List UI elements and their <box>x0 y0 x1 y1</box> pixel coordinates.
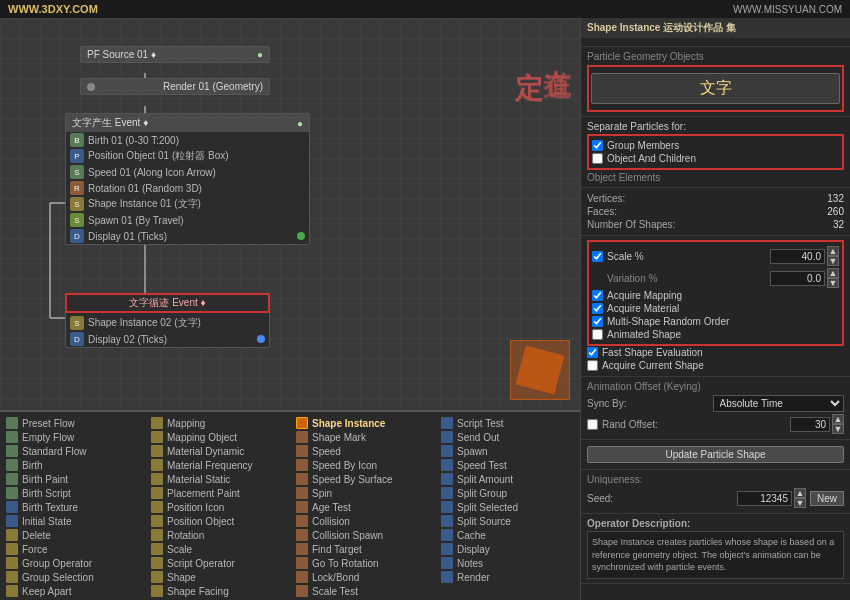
acquire-mapping-checkbox[interactable] <box>592 290 603 301</box>
notes-item[interactable]: Notes <box>441 556 574 570</box>
acquire-material-checkbox[interactable] <box>592 303 603 314</box>
standard-flow[interactable]: Standard Flow <box>6 444 139 458</box>
scale-up-btn[interactable]: ▲ <box>827 246 839 256</box>
script-test[interactable]: Script Test <box>441 416 574 430</box>
rand-offset-input[interactable] <box>790 417 830 432</box>
animated-shape-label: Animated Shape <box>607 329 681 340</box>
script-operator[interactable]: Script Operator <box>151 556 284 570</box>
render-item[interactable]: Render <box>441 570 574 584</box>
object-children-checkbox[interactable] <box>592 153 603 164</box>
display2-label: Display 02 (Ticks) <box>88 334 167 345</box>
initial-state[interactable]: Initial State <box>6 514 139 528</box>
var-up-btn[interactable]: ▲ <box>827 268 839 278</box>
birth-item[interactable]: Birth <box>6 458 139 472</box>
vertices-label: Vertices: <box>587 193 827 204</box>
collision-spawn[interactable]: Collision Spawn <box>296 528 429 542</box>
age-test[interactable]: Age Test <box>296 500 429 514</box>
birth-paint[interactable]: Birth Paint <box>6 472 139 486</box>
fast-shape-check[interactable]: Fast Shape Evaluation <box>587 346 844 359</box>
position-object-item[interactable]: Position Object <box>151 514 284 528</box>
variation-input[interactable] <box>770 271 825 286</box>
op-desc-title: Operator Description: <box>587 518 844 529</box>
acquire-current-check[interactable]: Acquire Current Shape <box>587 359 844 372</box>
speed-item[interactable]: Speed <box>296 444 429 458</box>
acquire-material-label: Acquire Material <box>607 303 679 314</box>
seed-down-btn[interactable]: ▼ <box>794 498 806 508</box>
group-selection[interactable]: Group Selection <box>6 570 139 584</box>
vertices-value: 132 <box>827 193 844 204</box>
rand-offset-spinner[interactable]: ▲ ▼ <box>790 414 844 434</box>
new-btn[interactable]: New <box>810 491 844 506</box>
render-node[interactable]: Render 01 (Geometry) <box>80 78 270 95</box>
group-members-checkbox[interactable] <box>592 140 603 151</box>
split-group[interactable]: Split Group <box>441 486 574 500</box>
scale-spinner[interactable]: ▲ ▼ <box>770 246 839 266</box>
find-target[interactable]: Find Target <box>296 542 429 556</box>
keep-apart[interactable]: Keep Apart <box>6 584 139 598</box>
animated-shape-check[interactable]: Animated Shape <box>592 328 839 341</box>
display-item[interactable]: Display <box>441 542 574 556</box>
variation-spinner[interactable]: ▲ ▼ <box>770 268 839 288</box>
seed-input[interactable] <box>737 491 792 506</box>
shape-event-node[interactable]: 文字循迹 Event ♦ S Shape Instance 02 (文字) D … <box>65 293 270 348</box>
empty-flow[interactable]: Empty Flow <box>6 430 139 444</box>
send-out[interactable]: Send Out <box>441 430 574 444</box>
seed-spinner[interactable]: ▲ ▼ <box>737 488 806 508</box>
shape-mark[interactable]: Shape Mark <box>296 430 429 444</box>
scale-checkbox[interactable] <box>592 251 603 262</box>
position-icon-item[interactable]: Position Icon <box>151 500 284 514</box>
delete-item[interactable]: Delete <box>6 528 139 542</box>
collision-item[interactable]: Collision <box>296 514 429 528</box>
birth-texture[interactable]: Birth Texture <box>6 500 139 514</box>
speed-by-surface[interactable]: Speed By Surface <box>296 472 429 486</box>
mapping[interactable]: Mapping <box>151 416 284 430</box>
rand-up-btn[interactable]: ▲ <box>832 414 844 424</box>
spawn-item[interactable]: Spawn <box>441 444 574 458</box>
split-selected[interactable]: Split Selected <box>441 500 574 514</box>
shape-facing[interactable]: Shape Facing <box>151 584 284 598</box>
var-down-btn[interactable]: ▼ <box>827 278 839 288</box>
spin-item[interactable]: Spin <box>296 486 429 500</box>
material-dynamic[interactable]: Material Dynamic <box>151 444 284 458</box>
rand-offset-checkbox[interactable] <box>587 419 598 430</box>
group-members-check[interactable]: Group Members <box>592 139 839 152</box>
speed-test[interactable]: Speed Test <box>441 458 574 472</box>
object-children-check[interactable]: Object And Children <box>592 152 839 165</box>
update-btn[interactable]: Update Particle Shape <box>587 446 844 463</box>
go-to-rotation[interactable]: Go To Rotation <box>296 556 429 570</box>
acquire-mapping-check[interactable]: Acquire Mapping <box>592 289 839 302</box>
sync-select[interactable]: Absolute Time Particle Age Event Duratio… <box>713 395 845 412</box>
shape-item[interactable]: Shape <box>151 570 284 584</box>
speed-by-icon[interactable]: Speed By Icon <box>296 458 429 472</box>
pf-source-node[interactable]: PF Source 01 ♦ ● <box>80 46 270 63</box>
birth-script[interactable]: Birth Script <box>6 486 139 500</box>
split-source[interactable]: Split Source <box>441 514 574 528</box>
rotation-item[interactable]: Rotation <box>151 528 284 542</box>
group-operator[interactable]: Group Operator <box>6 556 139 570</box>
preset-flow[interactable]: Preset Flow <box>6 416 139 430</box>
seed-up-btn[interactable]: ▲ <box>794 488 806 498</box>
shape-instance-item[interactable]: Shape Instance <box>296 416 429 430</box>
event-node[interactable]: 文字产生 Event ♦ ● B Birth 01 (0-30 T:200) P… <box>65 113 310 245</box>
mapping-object[interactable]: Mapping Object <box>151 430 284 444</box>
lock-bond[interactable]: Lock/Bond <box>296 570 429 584</box>
cache-item[interactable]: Cache <box>441 528 574 542</box>
sync-label: Sync By: <box>587 398 713 409</box>
split-amount[interactable]: Split Amount <box>441 472 574 486</box>
material-static[interactable]: Material Static <box>151 472 284 486</box>
scale-test[interactable]: Scale Test <box>296 584 429 598</box>
rand-down-btn[interactable]: ▼ <box>832 424 844 434</box>
fast-shape-checkbox[interactable] <box>587 347 598 358</box>
placement-paint[interactable]: Placement Paint <box>151 486 284 500</box>
multi-shape-checkbox[interactable] <box>592 316 603 327</box>
force-item[interactable]: Force <box>6 542 139 556</box>
acquire-material-check[interactable]: Acquire Material <box>592 302 839 315</box>
scale-input[interactable] <box>770 249 825 264</box>
scale-down-btn[interactable]: ▼ <box>827 256 839 266</box>
acquire-current-checkbox[interactable] <box>587 360 598 371</box>
multi-shape-check[interactable]: Multi-Shape Random Order <box>592 315 839 328</box>
animated-shape-checkbox[interactable] <box>592 329 603 340</box>
birth-label: Birth 01 (0-30 T:200) <box>88 135 179 146</box>
scale-item[interactable]: Scale <box>151 542 284 556</box>
material-frequency[interactable]: Material Frequency <box>151 458 284 472</box>
